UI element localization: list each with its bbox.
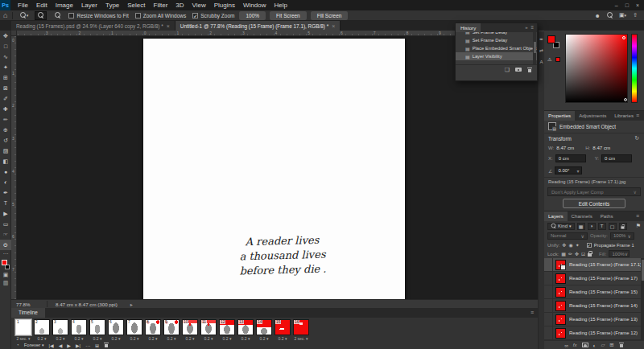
timeline-frame[interactable]: 30.2 ▾ <box>52 319 68 341</box>
status-options-icon[interactable]: ▸ <box>130 302 133 307</box>
timeline-frame[interactable]: 90.2 ▾ <box>163 319 180 341</box>
duplicate-frame-button[interactable]: ⊞ <box>95 343 99 348</box>
panel-tab[interactable]: Properties <box>544 111 575 121</box>
blend-mode-select[interactable]: Normal∨ <box>547 232 588 240</box>
blur-tool[interactable]: ● <box>0 166 11 177</box>
frame-delay-select[interactable]: 0.2 ▾ <box>256 336 272 341</box>
filter-type-layers-icon[interactable]: T <box>598 223 606 230</box>
looping-options-icon[interactable]: ◔ <box>16 343 19 347</box>
panel-tab[interactable]: Layers <box>544 211 568 221</box>
link-layers-icon[interactable]: ∞ <box>564 343 568 348</box>
marquee-tool[interactable]: □ <box>0 41 11 51</box>
current-tool-icon[interactable]: ▾ <box>18 11 30 20</box>
options-checkbox[interactable]: Scrubby Zoom <box>192 13 234 18</box>
panel-tab[interactable]: Libraries <box>610 111 638 121</box>
timeline-frame[interactable]: 162 sec. ▾ <box>293 319 309 341</box>
rotate-icon[interactable]: ↻ <box>634 135 639 142</box>
frame-thumbnail[interactable]: 7 <box>126 319 142 335</box>
layer-style-icon[interactable]: fx <box>573 343 577 347</box>
new-snapshot-icon[interactable] <box>515 68 522 72</box>
layer-visibility-toggle[interactable] <box>544 313 553 326</box>
healing-brush-tool[interactable]: ✚ <box>0 104 11 114</box>
lock-pixels-icon[interactable]: ✏ <box>568 251 572 257</box>
quick-mask-icon[interactable]: ▣ <box>0 271 11 279</box>
next-frame-button[interactable]: ▶| <box>76 343 80 348</box>
frame-tool[interactable]: ⊠ <box>0 83 11 93</box>
frame-delay-select[interactable]: 0.2 ▾ <box>71 336 87 341</box>
frame-thumbnail[interactable]: 14 <box>256 319 272 335</box>
first-frame-button[interactable]: |◀ <box>48 343 53 348</box>
timeline-frame[interactable]: 150.2 ▾ <box>275 319 291 341</box>
history-brush-tool[interactable]: ↺ <box>0 135 11 146</box>
eyedropper-tool[interactable]: ✐ <box>0 93 11 104</box>
delete-layer-icon[interactable] <box>619 342 624 348</box>
layer-thumbnail[interactable] <box>555 273 566 284</box>
angle-input[interactable]: 0.00°▾ <box>555 166 582 174</box>
previous-frame-button[interactable]: ◀ <box>59 343 63 348</box>
menu-item[interactable]: Select <box>123 0 149 10</box>
filter-pixel-layers-icon[interactable]: ▦ <box>577 223 585 230</box>
layer-comp-select[interactable]: Don't Apply Layer Comp∨ <box>547 187 641 196</box>
history-state[interactable]: ▤Set Frame Delay <box>456 36 537 44</box>
clone-stamp-tool[interactable]: ⊕ <box>0 125 11 135</box>
new-document-from-state-icon[interactable]: ❏ <box>505 67 510 73</box>
share-icon[interactable]: ⇧ <box>633 12 638 18</box>
frame-delay-select[interactable]: 0.2 ▾ <box>182 336 198 341</box>
quick-selection-tool[interactable]: ✦ <box>0 62 11 72</box>
timeline-frame[interactable]: 70.2 ▾ <box>126 319 142 341</box>
foreground-color-swatch[interactable] <box>547 35 555 43</box>
timeline-frame[interactable]: 120.2 ▾ <box>219 319 235 341</box>
saturation-brightness-field[interactable] <box>565 34 628 103</box>
delete-frame-button[interactable] <box>104 342 109 348</box>
panel-tab[interactable]: Adjustments <box>575 111 610 121</box>
vertical-ruler[interactable]: 012345678 <box>11 36 17 299</box>
panel-menu-icon[interactable]: ≡ <box>530 23 534 32</box>
panel-menu-icon[interactable]: ≡ <box>530 308 534 318</box>
lock-transparency-icon[interactable]: ▦ <box>561 251 566 257</box>
crop-tool[interactable]: ⊞ <box>0 72 11 83</box>
timeline-frame[interactable]: 140.2 ▾ <box>256 319 272 341</box>
menu-item[interactable]: Edit <box>32 0 52 10</box>
edit-toolbar-icon[interactable]: ⋯ <box>0 250 11 258</box>
minimize-icon[interactable]: – <box>615 2 618 8</box>
restore-icon[interactable]: □ <box>625 2 629 8</box>
history-state[interactable]: ▤Layer Visibility <box>456 52 537 60</box>
timeline-frame[interactable]: 50.2 ▾ <box>89 319 105 341</box>
frame-thumbnail[interactable]: 11 <box>200 319 217 335</box>
x-input[interactable]: 0 cm <box>555 154 586 162</box>
frame-delay-select[interactable]: 0.2 ▾ <box>108 336 124 341</box>
layers-scrollbar[interactable] <box>641 258 644 340</box>
frame-thumbnail[interactable]: 12 <box>219 319 235 335</box>
shape-tool[interactable]: ▭ <box>0 219 11 229</box>
panel-menu-icon[interactable]: ≡ <box>636 211 639 221</box>
lock-artboard-icon[interactable]: ⊡ <box>581 251 585 257</box>
filter-kind-select[interactable]: Kind▾ <box>547 223 575 230</box>
timeline-frame[interactable]: 20.2 ▾ <box>34 319 50 341</box>
foreground-background-swatches[interactable] <box>0 259 11 271</box>
foreground-color-swatch[interactable] <box>2 260 7 265</box>
options-button[interactable]: 100% <box>239 11 266 20</box>
play-button[interactable]: ▶ <box>67 343 71 348</box>
menu-item[interactable]: Type <box>101 0 123 10</box>
frame-delay-select[interactable]: 0.2 ▾ <box>89 336 105 341</box>
width-value[interactable]: 8.47 cm <box>556 145 574 150</box>
layer-thumbnail[interactable] <box>555 328 566 339</box>
layer-thumbnail[interactable] <box>555 314 566 325</box>
zoom-tool[interactable]: ⊙ <box>0 240 11 250</box>
eraser-tool[interactable]: ▨ <box>0 146 11 156</box>
timeline-frame[interactable]: 100.2 ▾ <box>182 319 198 341</box>
search-icon[interactable] <box>607 12 613 18</box>
frame-thumbnail[interactable]: 6 <box>108 319 124 335</box>
gamut-color-chip[interactable] <box>555 57 560 62</box>
hand-tool[interactable]: ☞ <box>0 229 11 240</box>
frame-delay-select[interactable]: 0.2 ▾ <box>237 336 254 341</box>
frame-thumbnail[interactable]: 8 <box>145 319 161 335</box>
propagate-checkbox[interactable] <box>587 243 592 248</box>
brush-tool[interactable]: ✏ <box>0 114 11 125</box>
filter-adjustment-layers-icon[interactable]: ◑ <box>588 223 596 230</box>
tween-button[interactable]: ⋯ <box>85 343 90 348</box>
zoom-level-field[interactable]: 77.8% <box>16 302 43 307</box>
layer-row[interactable]: Reading (15 Frame) (Frame 17) <box>544 272 644 285</box>
timeline-frame[interactable]: 60.2 ▾ <box>108 319 124 341</box>
frame-delay-select[interactable]: 0.2 ▾ <box>126 336 142 341</box>
